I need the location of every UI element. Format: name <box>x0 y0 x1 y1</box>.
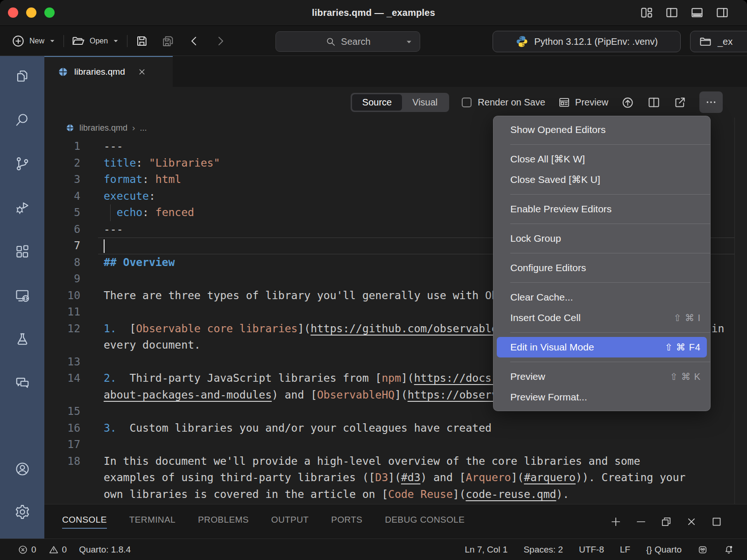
status-errors[interactable]: 0 <box>18 545 36 555</box>
split-editor-button[interactable] <box>647 96 661 109</box>
panel-tab-console[interactable]: CONSOLE <box>62 515 107 529</box>
minimize-window-button[interactable] <box>26 7 36 18</box>
status-eol[interactable]: LF <box>620 545 630 555</box>
status-indentation[interactable]: Spaces: 2 <box>523 545 563 555</box>
breadcrumb-file[interactable]: libraries.qmd <box>79 123 127 133</box>
code-line[interactable]: 163. Custom libraries you and/or your co… <box>44 420 747 437</box>
close-window-button[interactable] <box>8 7 18 18</box>
sidebar-item-search[interactable] <box>14 112 30 128</box>
status-feedback[interactable] <box>698 545 708 555</box>
menu-item-close-all-k-w[interactable]: Close All [⌘K W] <box>493 149 710 169</box>
panel-tab-output[interactable]: OUTPUT <box>271 515 309 529</box>
menu-item-clear-cache[interactable]: Clear Cache... <box>493 287 710 308</box>
status-cursor-position[interactable]: Ln 7, Col 1 <box>465 545 508 555</box>
sidebar-item-run-debug[interactable] <box>14 200 30 216</box>
folder-open-icon <box>71 34 85 48</box>
toggle-secondary-sidebar-button[interactable] <box>715 6 729 20</box>
line-number: 1 <box>44 138 98 155</box>
panel-tab-debug-console[interactable]: DEBUG CONSOLE <box>385 515 465 529</box>
line-number: 16 <box>44 420 98 437</box>
sidebar-item-account[interactable] <box>14 461 30 477</box>
code-line[interactable]: 18In this document we'll provide a high-… <box>44 453 747 470</box>
panel-tab-terminal[interactable]: TERMINAL <box>129 515 176 529</box>
code-line[interactable]: 17 <box>44 436 747 453</box>
status-warnings[interactable]: 0 <box>49 545 67 555</box>
toggle-panel-button[interactable] <box>690 6 704 20</box>
code-line[interactable]: examples of using third-party libraries … <box>44 469 747 486</box>
panel-tab-ports[interactable]: PORTS <box>331 515 362 529</box>
sidebar-item-remote-explorer[interactable] <box>14 287 30 303</box>
menu-item-show-opened-editors[interactable]: Show Opened Editors <box>493 119 710 140</box>
open-label: Open <box>90 37 108 45</box>
save-button[interactable] <box>135 34 149 48</box>
menu-item-configure-editors[interactable]: Configure Editors <box>493 258 710 278</box>
render-button[interactable] <box>621 96 634 109</box>
breadcrumb-more[interactable]: ... <box>140 123 147 133</box>
sidebar-item-extensions[interactable] <box>14 244 30 259</box>
new-button[interactable]: New <box>11 34 56 48</box>
line-number: 2 <box>44 155 98 172</box>
menu-item-enable-preview-editors[interactable]: Enable Preview Editors <box>493 199 710 219</box>
status-quarto-version[interactable]: Quarto: 1.8.4 <box>79 545 131 555</box>
interpreter-selector[interactable]: Python 3.12.1 (PipEnv: .venv) <box>493 31 681 52</box>
render-on-save-label: Render on Save <box>478 97 545 108</box>
preview-button[interactable]: Preview <box>558 96 608 109</box>
menu-item-preview-format[interactable]: Preview Format... <box>493 387 710 407</box>
more-actions-button[interactable] <box>699 91 723 113</box>
restore-panel-button[interactable] <box>660 516 672 528</box>
status-notifications[interactable] <box>724 545 734 555</box>
sidebar-item-comments[interactable] <box>14 375 30 391</box>
search-placeholder: Search <box>341 36 370 47</box>
back-button[interactable] <box>187 34 201 48</box>
project-selector[interactable]: _ex <box>690 31 747 52</box>
preview-label: Preview <box>575 97 608 108</box>
code-line[interactable]: own libraries is covered in the article … <box>44 486 747 503</box>
panel-tab-problems[interactable]: PROBLEMS <box>198 515 249 529</box>
panel-tabs: CONSOLETERMINALPROBLEMSOUTPUTPORTSDEBUG … <box>44 515 465 529</box>
menu-item-edit-in-visual-mode[interactable]: Edit in Visual Mode⇧ ⌘ F4 <box>497 337 707 357</box>
search-input[interactable]: Search <box>275 31 420 52</box>
open-button[interactable]: Open <box>71 34 120 48</box>
close-panel-button[interactable] <box>685 516 698 528</box>
text-cursor <box>104 239 105 253</box>
menu-separator <box>510 253 710 253</box>
render-on-save-checkbox[interactable] <box>462 98 472 107</box>
forward-button[interactable] <box>213 34 227 48</box>
line-number: 18 <box>44 453 98 470</box>
new-console-button[interactable] <box>610 516 622 528</box>
line-number: 14 <box>44 370 98 387</box>
close-icon[interactable] <box>137 67 147 77</box>
save-all-button[interactable] <box>161 34 175 48</box>
line-content: examples of using third-party libraries … <box>98 469 747 486</box>
visual-mode-button[interactable]: Visual <box>402 94 448 111</box>
zoom-window-button[interactable] <box>44 7 55 18</box>
source-mode-button[interactable]: Source <box>352 94 402 111</box>
menu-item-preview[interactable]: Preview⇧ ⌘ K <box>493 366 710 387</box>
menu-item-insert-code-cell[interactable]: Insert Code Cell⇧ ⌘ I <box>493 308 710 328</box>
menu-item-lock-group[interactable]: Lock Group <box>493 228 710 249</box>
status-language-mode[interactable]: {} Quarto <box>646 545 682 555</box>
tab-libraries-qmd[interactable]: libraries.qmd <box>44 56 173 87</box>
minimize-panel-button[interactable] <box>635 516 647 528</box>
chevron-down-icon[interactable] <box>405 38 413 46</box>
title-bar: libraries.qmd — _examples <box>0 0 747 26</box>
line-number <box>44 387 98 404</box>
sidebar-item-source-control[interactable] <box>14 156 30 172</box>
toggle-primary-sidebar-button[interactable] <box>665 6 679 20</box>
editor-actions: Source Visual Render on Save Preview <box>44 87 747 118</box>
customize-layout-button[interactable] <box>640 6 654 20</box>
line-number: 12 <box>44 321 98 337</box>
line-content: In this document we'll provide a high-le… <box>98 453 747 470</box>
menu-item-close-saved-k-u[interactable]: Close Saved [⌘K U] <box>493 169 710 190</box>
sidebar-item-explorer[interactable] <box>14 68 30 84</box>
top-action-bar: New Open Search Python 3.12.1 (PipEnv: .… <box>0 27 747 56</box>
sidebar-item-settings[interactable] <box>14 504 30 520</box>
sidebar-item-testing[interactable] <box>14 331 30 347</box>
scrollbar[interactable] <box>734 118 735 504</box>
menu-separator <box>510 194 710 195</box>
status-encoding[interactable]: UTF-8 <box>579 545 604 555</box>
toolbar-icon-group <box>135 34 227 48</box>
open-in-new-window-button[interactable] <box>673 96 687 109</box>
maximize-panel-button[interactable] <box>711 516 723 528</box>
menu-shortcut: ⇧ ⌘ F4 <box>665 342 701 353</box>
